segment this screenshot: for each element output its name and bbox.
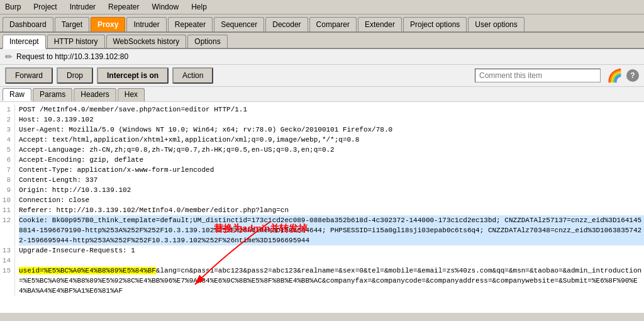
inner-tab-raw[interactable]: Raw: [3, 88, 31, 101]
tab-repeater[interactable]: Repeater: [168, 17, 213, 31]
drop-button[interactable]: Drop: [57, 67, 93, 84]
line-number: 3: [0, 125, 15, 135]
menu-intruder[interactable]: Intruder: [67, 1, 98, 13]
tab-project-options[interactable]: Project options: [403, 17, 467, 31]
inner-tab-params[interactable]: Params: [33, 88, 72, 101]
line-text: User-Agent: Mozilla/5.0 (Windows NT 10.0…: [19, 125, 644, 135]
sub-tab-websockets-history[interactable]: WebSockets history: [106, 35, 187, 48]
tab-comparer[interactable]: Comparer: [309, 17, 357, 31]
line-text: useid=%E5%BC%A0%E4%B8%89%E5%84%BF&lang=c…: [19, 266, 644, 296]
request-line: 9Origin: http://10.3.139.102: [0, 185, 644, 195]
request-line: 5Accept-Language: zh-CN,zh;q=0.8,zh-TW;q…: [0, 145, 644, 155]
request-line: 13Upgrade-Insecure-Requests: 1: [0, 245, 644, 256]
menu-repeater[interactable]: Repeater: [106, 1, 142, 13]
request-bar: ✏ Request to http://10.3.139.102:80: [0, 49, 644, 65]
request-line: 7Content-Type: application/x-www-form-ur…: [0, 165, 644, 175]
line-number: 8: [0, 175, 15, 185]
request-line: 6Accept-Encoding: gzip, deflate: [0, 155, 644, 165]
menu-project[interactable]: Project: [31, 1, 59, 13]
request-line: 14: [0, 256, 644, 266]
line-number: 13: [0, 245, 15, 256]
fire-icon: 🌈: [607, 68, 623, 83]
tab-decoder[interactable]: Decoder: [265, 17, 308, 31]
line-number: 5: [0, 145, 15, 155]
line-text: Accept: text/html,application/xhtml+xml,…: [19, 135, 644, 145]
forward-button[interactable]: Forward: [5, 67, 53, 84]
line-number: 1: [0, 104, 15, 115]
request-line: 3User-Agent: Mozilla/5.0 (Windows NT 10.…: [0, 125, 644, 135]
edit-icon: ✏: [5, 52, 13, 62]
line-text: Accept-Language: zh-CN,zh;q=0.8,zh-TW;q=…: [19, 145, 644, 155]
tab-sequencer[interactable]: Sequencer: [214, 17, 264, 31]
tab-proxy[interactable]: Proxy: [91, 17, 125, 31]
main-tab-bar: Dashboard Target Proxy Intruder Repeater…: [0, 14, 644, 33]
line-number: 15: [0, 266, 15, 296]
line-text: Content-Length: 337: [19, 175, 644, 185]
proxy-tab-bar: Intercept HTTP history WebSockets histor…: [0, 33, 644, 49]
line-text: Content-Type: application/x-www-form-url…: [19, 165, 644, 175]
request-line: 1POST /MetInfo4.0/member/save.php?action…: [0, 104, 644, 115]
sub-tab-http-history[interactable]: HTTP history: [47, 35, 105, 48]
tab-target[interactable]: Target: [55, 17, 89, 31]
request-line: 2Host: 10.3.139.102: [0, 115, 644, 125]
request-line: 10Connection: close: [0, 195, 644, 205]
request-url-label: Request to http://10.3.139.102:80: [16, 52, 128, 61]
help-icon[interactable]: ?: [626, 69, 639, 82]
menu-burp[interactable]: Burp: [3, 1, 23, 13]
request-line: 8Content-Length: 337: [0, 175, 644, 185]
request-line: 11Referer: http://10.3.139.102/MetInfo4.…: [0, 205, 644, 215]
line-text: Host: 10.3.139.102: [19, 115, 644, 125]
request-line: 4Accept: text/html,application/xhtml+xml…: [0, 135, 644, 145]
request-content[interactable]: 1POST /MetInfo4.0/member/save.php?action…: [0, 102, 644, 313]
line-number: 9: [0, 185, 15, 195]
line-number: 12: [0, 215, 15, 245]
line-number: 10: [0, 195, 15, 205]
line-number: 14: [0, 256, 15, 266]
line-number: 7: [0, 165, 15, 175]
line-text: Connection: close: [19, 195, 644, 205]
line-text: Referer: http://10.3.139.102/MetInfo4.0/…: [19, 205, 644, 215]
tab-dashboard[interactable]: Dashboard: [3, 17, 53, 31]
menu-bar: Burp Project Intruder Repeater Window He…: [0, 0, 644, 14]
line-text: POST /MetInfo4.0/member/save.php?action=…: [19, 104, 644, 115]
action-button[interactable]: Action: [172, 67, 213, 84]
inner-tab-hex[interactable]: Hex: [118, 88, 145, 101]
line-text: Origin: http://10.3.139.102: [19, 185, 644, 195]
request-line: 12Cookie: BkG0p957B0_think_template=defa…: [0, 215, 644, 245]
line-number: 6: [0, 155, 15, 165]
comment-input[interactable]: [475, 69, 601, 82]
button-bar: Forward Drop Intercept is on Action 🌈 ?: [0, 65, 644, 87]
line-number: 11: [0, 205, 15, 215]
menu-help[interactable]: Help: [189, 1, 209, 13]
sub-tab-options[interactable]: Options: [187, 35, 227, 48]
line-text: Upgrade-Insecure-Requests: 1: [19, 245, 644, 256]
tab-extender[interactable]: Extender: [358, 17, 402, 31]
intercept-button[interactable]: Intercept is on: [97, 67, 169, 84]
line-text: Cookie: BkG0p957B0_think_template=defaul…: [19, 215, 644, 245]
inner-tab-bar: Raw Params Headers Hex: [0, 87, 644, 102]
inner-tab-headers[interactable]: Headers: [74, 88, 116, 101]
line-number: 4: [0, 135, 15, 145]
menu-window[interactable]: Window: [149, 1, 181, 13]
line-text: [19, 256, 644, 266]
sub-tab-intercept[interactable]: Intercept: [3, 35, 46, 49]
tab-user-options[interactable]: User options: [468, 17, 524, 31]
request-line: 15useid=%E5%BC%A0%E4%B8%89%E5%84%BF&lang…: [0, 266, 644, 296]
line-text: Accept-Encoding: gzip, deflate: [19, 155, 644, 165]
line-number: 2: [0, 115, 15, 125]
tab-intruder[interactable]: Intruder: [126, 17, 166, 31]
